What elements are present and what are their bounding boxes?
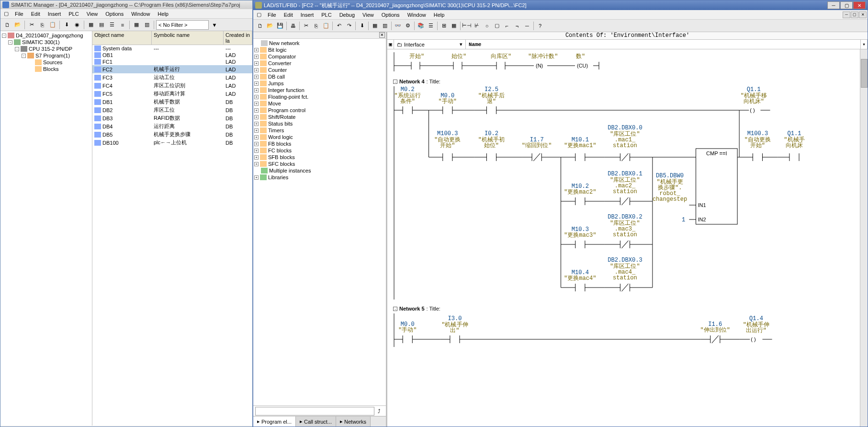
menu-options[interactable]: Options	[378, 11, 404, 19]
minimize-button[interactable]: ─	[827, 1, 840, 9]
expander-icon[interactable]: +	[254, 61, 259, 66]
element-node[interactable]: +Counter	[254, 67, 385, 73]
redo-icon[interactable]: ↷	[344, 21, 354, 31]
element-node[interactable]: +Comparator	[254, 53, 385, 60]
menu-view[interactable]: View	[83, 10, 102, 18]
expander-icon[interactable]: +	[254, 55, 259, 59]
open-icon[interactable]: 📂	[265, 21, 275, 31]
network-4-header[interactable]: - Network 4 : Title:	[393, 79, 865, 84]
download-icon[interactable]: ⬇	[62, 20, 71, 30]
menu-help[interactable]: Help	[154, 10, 172, 18]
detail-icon[interactable]: ▦	[370, 21, 380, 31]
overview-icon[interactable]: ▥	[380, 21, 390, 31]
network-5-header[interactable]: - Network 5 : Title:	[393, 306, 865, 312]
element-node[interactable]: +FC blocks	[254, 147, 385, 154]
expander-icon[interactable]: +	[254, 142, 259, 146]
element-node[interactable]: +Program control	[254, 107, 385, 114]
paste-icon[interactable]: 📋	[321, 21, 331, 31]
menu-file[interactable]: File	[264, 11, 280, 19]
tree-node[interactable]: -CPU 315-2 PN/DP	[1, 46, 91, 52]
element-node[interactable]: +Jumps	[254, 80, 385, 87]
mdi-close-button[interactable]: ✕	[859, 12, 867, 18]
mdi-min-button[interactable]: ─	[843, 12, 850, 18]
block-row[interactable]: FC3运动工位LAD	[92, 73, 252, 81]
maximize-button[interactable]: ▢	[840, 1, 853, 9]
view1-icon[interactable]: ▦	[86, 20, 96, 30]
download-icon[interactable]: ⬇	[357, 21, 367, 31]
tab-program-el-[interactable]: ▸Program el...	[253, 416, 296, 427]
menu-edit[interactable]: Edit	[27, 10, 44, 18]
block-row[interactable]: DB1机械手数据DB	[92, 98, 252, 106]
copy-icon[interactable]: ⎘	[311, 21, 321, 31]
element-node[interactable]: +Shift/Rotate	[254, 114, 385, 120]
monitor-icon[interactable]: 👓	[393, 21, 403, 31]
menu-window[interactable]: Window	[404, 11, 430, 19]
tree-node[interactable]: Sources	[1, 59, 91, 66]
tree-node[interactable]: -SIMATIC 300(1)	[1, 39, 91, 46]
help-icon[interactable]: ?	[535, 21, 545, 31]
conn-icon[interactable]: ─	[522, 21, 532, 31]
expander-icon[interactable]: +	[254, 75, 259, 79]
filter-icon[interactable]: ▼	[210, 20, 219, 30]
coil-icon[interactable]: ○	[482, 21, 492, 31]
network-5-ladder[interactable]: M0.0 "手动" I3.0 "机械手伸 出" I1.6 "伸出到位" Q1.4…	[392, 313, 865, 347]
expander-icon[interactable]: +	[254, 88, 259, 92]
online-icon[interactable]: ◉	[72, 20, 82, 30]
tab-call-struct-[interactable]: ▸Call struct...	[296, 416, 336, 427]
elements-tree[interactable]: New network+Bit logic+Comparator+Convert…	[253, 39, 386, 405]
cut-icon[interactable]: ✂	[301, 21, 311, 31]
col-symbolic-name[interactable]: Symbolic name	[152, 31, 224, 45]
element-node[interactable]: +Floating-point fct.	[254, 93, 385, 100]
expander-icon[interactable]: +	[254, 115, 259, 119]
element-node[interactable]: +Word logic	[254, 134, 385, 140]
view2-icon[interactable]: ▤	[97, 20, 106, 30]
paste-icon[interactable]: 📋	[48, 20, 57, 30]
block-list[interactable]: Object name Symbolic name Created in la …	[92, 31, 252, 426]
expander-icon[interactable]: +	[254, 108, 259, 113]
scroll-thumb[interactable]	[861, 59, 868, 88]
catalog-icon[interactable]: 📚	[416, 21, 426, 31]
close-button[interactable]: ✕	[853, 1, 866, 9]
element-node[interactable]: Multiple instances	[254, 167, 385, 174]
menu-plc[interactable]: PLC	[65, 10, 82, 18]
name-label[interactable]: Name	[466, 40, 861, 49]
ladder-diagram-area[interactable]: 开始" 始位" 向库区" "脉冲计数" 数" (N) (CU)	[387, 49, 868, 427]
branch-close-icon[interactable]: ¬	[512, 21, 522, 31]
contact-no-icon[interactable]: ⊢⊣	[462, 21, 472, 31]
branch-open-icon[interactable]: ⌐	[502, 21, 512, 31]
menu-insert[interactable]: Insert	[297, 11, 318, 19]
expander-icon[interactable]: +	[254, 48, 259, 52]
menu-file[interactable]: File	[11, 10, 27, 18]
element-node[interactable]: +SFC blocks	[254, 161, 385, 167]
menu-plc[interactable]: PLC	[317, 11, 335, 19]
menu-help[interactable]: Help	[430, 11, 449, 19]
mdi-max-button[interactable]: ▢	[851, 12, 858, 18]
filter-go-icon[interactable]: ⤴	[374, 406, 384, 416]
element-node[interactable]: +Move	[254, 100, 385, 107]
network-4-ladder[interactable]: M0.2 "系统运行 条件" M0.0 "手动" I2.5 "机械手后 退" Q…	[392, 86, 865, 300]
modify-icon[interactable]: ⚙	[403, 21, 413, 31]
element-node[interactable]: +Status bits	[254, 120, 385, 127]
expander-icon[interactable]: +	[254, 135, 259, 139]
newnet-icon[interactable]: ▦	[449, 21, 459, 31]
block-row[interactable]: OB1LAD	[92, 52, 252, 58]
left-titlebar[interactable]: SIMATIC Manager - [D4_20210407_jiagongzh…	[0, 0, 252, 9]
tree-node[interactable]: -D4_20210407_jiagongzhong	[1, 32, 91, 39]
right-titlebar[interactable]: LAD/STL/FBD - [FC2 -- "机械手运行" -- D4_2021…	[253, 0, 868, 10]
menu-insert[interactable]: Insert	[44, 10, 65, 18]
expander-icon[interactable]: +	[254, 122, 259, 126]
block-row[interactable]: System data------	[92, 45, 252, 52]
mdi-icon[interactable]: ▢	[254, 10, 264, 20]
panel-close-button[interactable]: ✕	[379, 32, 385, 38]
filter-select[interactable]: < No Filter >	[156, 20, 209, 30]
menu-edit[interactable]: Edit	[280, 11, 297, 19]
block-row[interactable]: FC4库区工位识别LAD	[92, 81, 252, 90]
expander-icon[interactable]: +	[254, 68, 259, 72]
save-icon[interactable]: 💾	[275, 21, 285, 31]
open-icon[interactable]: 📂	[13, 20, 23, 30]
expander-icon[interactable]: -	[2, 34, 6, 38]
cut-icon[interactable]: ✂	[27, 20, 36, 30]
menu-options[interactable]: Options	[101, 10, 127, 18]
expander-icon[interactable]: +	[254, 95, 259, 99]
interface-label[interactable]: 🗀 Interface ▾	[394, 40, 466, 49]
